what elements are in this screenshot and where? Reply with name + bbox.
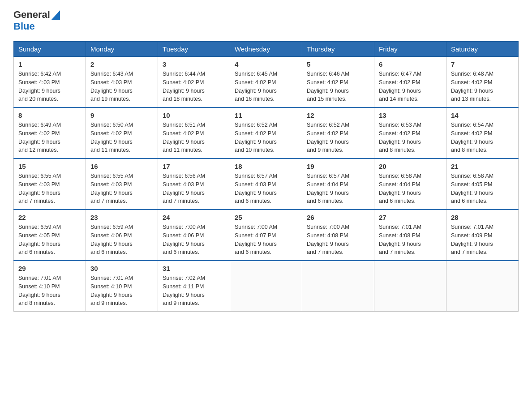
header-tuesday: Tuesday [158,42,230,57]
calendar-cell: 22Sunrise: 6:59 AMSunset: 4:05 PMDayligh… [14,210,86,261]
calendar-week-row: 29Sunrise: 7:01 AMSunset: 4:10 PMDayligh… [14,261,519,312]
calendar-cell [446,261,519,312]
day-info: Sunrise: 6:57 AMSunset: 4:04 PMDaylight:… [307,172,369,206]
day-number: 17 [163,163,225,170]
day-number: 11 [235,111,297,119]
calendar-cell: 29Sunrise: 7:01 AMSunset: 4:10 PMDayligh… [14,261,86,312]
day-info: Sunrise: 7:00 AMSunset: 4:07 PMDaylight:… [235,223,297,257]
day-info: Sunrise: 7:00 AMSunset: 4:06 PMDaylight:… [163,223,225,257]
calendar-cell [374,261,446,312]
calendar-cell: 27Sunrise: 7:01 AMSunset: 4:08 PMDayligh… [374,210,446,261]
day-number: 15 [18,163,81,170]
header-monday: Monday [86,42,158,57]
day-number: 1 [18,60,81,68]
day-info: Sunrise: 7:01 AMSunset: 4:08 PMDaylight:… [379,223,442,257]
day-number: 7 [451,60,514,68]
day-number: 18 [235,163,297,170]
calendar-cell: 1Sunrise: 6:42 AMSunset: 4:03 PMDaylight… [14,57,86,108]
calendar-cell: 19Sunrise: 6:57 AMSunset: 4:04 PMDayligh… [302,158,374,210]
day-info: Sunrise: 6:56 AMSunset: 4:03 PMDaylight:… [163,172,225,206]
calendar-cell [302,261,374,312]
day-info: Sunrise: 7:01 AMSunset: 4:10 PMDaylight:… [18,274,81,308]
day-number: 27 [379,214,442,221]
header-sunday: Sunday [14,42,86,57]
day-number: 9 [90,111,153,119]
logo-blue-text: Blue [13,21,35,32]
day-info: Sunrise: 6:51 AMSunset: 4:02 PMDaylight:… [163,121,225,154]
header-thursday: Thursday [302,42,374,57]
day-number: 12 [307,111,369,119]
day-info: Sunrise: 7:01 AMSunset: 4:10 PMDaylight:… [90,274,153,308]
calendar-cell: 23Sunrise: 6:59 AMSunset: 4:06 PMDayligh… [86,210,158,261]
header-wednesday: Wednesday [230,42,302,57]
day-number: 8 [18,111,81,119]
calendar-cell: 6Sunrise: 6:47 AMSunset: 4:02 PMDaylight… [374,57,446,108]
day-number: 5 [307,60,369,68]
calendar-cell: 3Sunrise: 6:44 AMSunset: 4:02 PMDaylight… [158,57,230,108]
day-number: 22 [18,214,81,221]
calendar-cell: 9Sunrise: 6:50 AMSunset: 4:02 PMDaylight… [86,107,158,158]
day-info: Sunrise: 6:54 AMSunset: 4:02 PMDaylight:… [451,121,514,154]
calendar-cell: 15Sunrise: 6:55 AMSunset: 4:03 PMDayligh… [14,158,86,210]
day-number: 30 [90,265,153,272]
day-number: 29 [18,265,81,272]
day-info: Sunrise: 6:59 AMSunset: 4:06 PMDaylight:… [90,223,153,257]
calendar-table: Sunday Monday Tuesday Wednesday Thursday… [13,41,519,312]
day-info: Sunrise: 6:47 AMSunset: 4:02 PMDaylight:… [379,70,442,103]
day-number: 28 [451,214,514,221]
day-number: 2 [90,60,153,68]
calendar-cell: 16Sunrise: 6:55 AMSunset: 4:03 PMDayligh… [86,158,158,210]
svg-marker-0 [51,10,60,20]
day-number: 23 [90,214,153,221]
day-info: Sunrise: 6:55 AMSunset: 4:03 PMDaylight:… [18,172,81,206]
calendar-cell: 8Sunrise: 6:49 AMSunset: 4:02 PMDaylight… [14,107,86,158]
day-number: 13 [379,111,442,119]
day-info: Sunrise: 6:58 AMSunset: 4:04 PMDaylight:… [379,172,442,206]
calendar-week-row: 22Sunrise: 6:59 AMSunset: 4:05 PMDayligh… [14,210,519,261]
day-info: Sunrise: 6:45 AMSunset: 4:02 PMDaylight:… [235,70,297,103]
logo: General Blue [13,9,60,32]
day-info: Sunrise: 6:44 AMSunset: 4:02 PMDaylight:… [163,70,225,103]
day-number: 25 [235,214,297,221]
calendar-cell: 28Sunrise: 7:01 AMSunset: 4:09 PMDayligh… [446,210,519,261]
page-header: General Blue [13,9,519,32]
day-info: Sunrise: 6:58 AMSunset: 4:05 PMDaylight:… [451,172,514,206]
calendar-cell: 24Sunrise: 7:00 AMSunset: 4:06 PMDayligh… [158,210,230,261]
calendar-cell: 30Sunrise: 7:01 AMSunset: 4:10 PMDayligh… [86,261,158,312]
calendar-week-row: 1Sunrise: 6:42 AMSunset: 4:03 PMDaylight… [14,57,519,108]
calendar-cell: 12Sunrise: 6:52 AMSunset: 4:02 PMDayligh… [302,107,374,158]
day-number: 31 [163,265,225,272]
day-info: Sunrise: 7:02 AMSunset: 4:11 PMDaylight:… [163,274,225,308]
calendar-cell: 7Sunrise: 6:48 AMSunset: 4:02 PMDaylight… [446,57,519,108]
day-info: Sunrise: 6:48 AMSunset: 4:02 PMDaylight:… [451,70,514,103]
day-info: Sunrise: 7:00 AMSunset: 4:08 PMDaylight:… [307,223,369,257]
calendar-cell: 21Sunrise: 6:58 AMSunset: 4:05 PMDayligh… [446,158,519,210]
calendar-cell [230,261,302,312]
day-info: Sunrise: 6:42 AMSunset: 4:03 PMDaylight:… [18,70,81,103]
day-info: Sunrise: 6:55 AMSunset: 4:03 PMDaylight:… [90,172,153,206]
day-info: Sunrise: 6:43 AMSunset: 4:03 PMDaylight:… [90,70,153,103]
calendar-cell: 10Sunrise: 6:51 AMSunset: 4:02 PMDayligh… [158,107,230,158]
calendar-cell: 20Sunrise: 6:58 AMSunset: 4:04 PMDayligh… [374,158,446,210]
day-info: Sunrise: 6:52 AMSunset: 4:02 PMDaylight:… [307,121,369,154]
day-info: Sunrise: 6:50 AMSunset: 4:02 PMDaylight:… [90,121,153,154]
logo-general-text: General [13,9,50,21]
day-info: Sunrise: 6:53 AMSunset: 4:02 PMDaylight:… [379,121,442,154]
calendar-cell: 2Sunrise: 6:43 AMSunset: 4:03 PMDaylight… [86,57,158,108]
day-info: Sunrise: 6:49 AMSunset: 4:02 PMDaylight:… [18,121,81,154]
calendar-week-row: 8Sunrise: 6:49 AMSunset: 4:02 PMDaylight… [14,107,519,158]
day-number: 10 [163,111,225,119]
calendar-cell: 5Sunrise: 6:46 AMSunset: 4:02 PMDaylight… [302,57,374,108]
calendar-cell: 13Sunrise: 6:53 AMSunset: 4:02 PMDayligh… [374,107,446,158]
day-number: 20 [379,163,442,170]
calendar-cell: 17Sunrise: 6:56 AMSunset: 4:03 PMDayligh… [158,158,230,210]
calendar-cell: 31Sunrise: 7:02 AMSunset: 4:11 PMDayligh… [158,261,230,312]
days-header-row: Sunday Monday Tuesday Wednesday Thursday… [14,42,519,57]
day-info: Sunrise: 6:52 AMSunset: 4:02 PMDaylight:… [235,121,297,154]
calendar-cell: 14Sunrise: 6:54 AMSunset: 4:02 PMDayligh… [446,107,519,158]
day-number: 21 [451,163,514,170]
header-friday: Friday [374,42,446,57]
day-info: Sunrise: 7:01 AMSunset: 4:09 PMDaylight:… [451,223,514,257]
calendar-cell: 26Sunrise: 7:00 AMSunset: 4:08 PMDayligh… [302,210,374,261]
day-number: 6 [379,60,442,68]
